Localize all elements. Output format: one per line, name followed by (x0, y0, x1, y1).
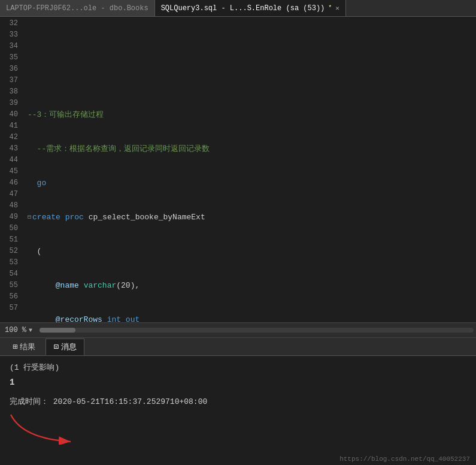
tab-books[interactable]: LAPTOP-FPRJ0F62...ole - dbo.Books (0, 0, 155, 16)
tab-books-label: LAPTOP-FPRJ0F62...ole - dbo.Books (6, 4, 148, 13)
tab-messages[interactable]: ⊡ 消息 (46, 339, 84, 355)
results-icon: ⊞ (13, 342, 17, 352)
scrollbar-thumb[interactable] (40, 328, 75, 333)
tab-sqlquery[interactable]: SQLQuery3.sql - L...S.EnRole (sa (53)) *… (155, 0, 346, 16)
tab-bar: LAPTOP-FPRJ0F62...ole - dbo.Books SQLQue… (0, 0, 476, 17)
tab-results[interactable]: ⊞ 结果 (5, 339, 43, 355)
watermark: https://blog.csdn.net/qq_40052237 (339, 455, 470, 463)
scroll-area: 100 % ▼ (0, 322, 476, 338)
output-affected-rows: (1 行受影响) (10, 362, 466, 375)
bottom-section: ⊞ 结果 ⊡ 消息 (1 行受影响) 1 完成时间： 2020-05-21T16… (0, 338, 476, 465)
zoom-dropdown-icon[interactable]: ▼ (29, 327, 32, 334)
result-tabs: ⊞ 结果 ⊡ 消息 (0, 338, 476, 356)
results-label: 结果 (20, 342, 35, 352)
zoom-indicator: 100 % ▼ (0, 326, 37, 334)
tab-close-button[interactable]: ✕ (335, 4, 339, 12)
zoom-level: 100 % (5, 326, 26, 334)
editor-area: 32 33 34 35 36 37 38 39 40 41 42 43 44 4… (0, 17, 476, 322)
unsaved-indicator: * (328, 5, 332, 11)
messages-icon: ⊡ (53, 342, 58, 352)
output-area: (1 行受影响) 1 完成时间： 2020-05-21T16:15:37.252… (0, 356, 476, 465)
output-result-value: 1 (10, 376, 466, 389)
code-editor[interactable]: --3：可输出存储过程 --需求：根据名称查询，返回记录同时返回记录数 go ⊟… (23, 17, 476, 322)
horizontal-scrollbar[interactable] (40, 328, 474, 333)
line-numbers: 32 33 34 35 36 37 38 39 40 41 42 43 44 4… (0, 17, 23, 322)
output-completion-time: 完成时间： 2020-05-21T16:15:37.2529710+08:00 (10, 396, 466, 409)
messages-label: 消息 (61, 342, 77, 352)
annotation-arrow (5, 409, 77, 445)
tab-sqlquery-label: SQLQuery3.sql - L...S.EnRole (sa (53)) (161, 4, 325, 13)
